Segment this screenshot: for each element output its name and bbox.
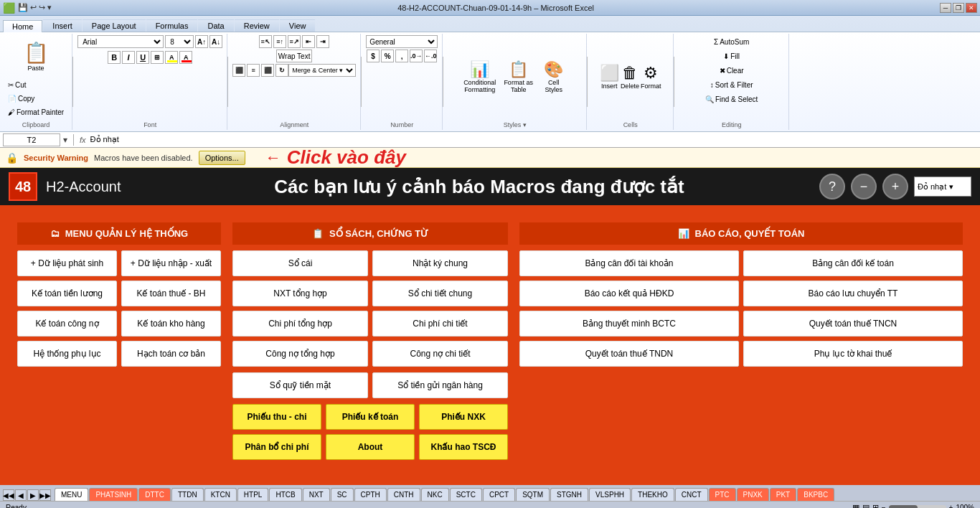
tab-formulas[interactable]: Formulas: [146, 19, 198, 32]
list-item[interactable]: Quyết toán thuế TNDN: [519, 341, 739, 367]
sheet-tab-htpl[interactable]: HTPL: [237, 488, 269, 501]
paste-button[interactable]: 📋 Paste: [20, 35, 52, 77]
list-item[interactable]: Sổ chi tiết chung: [372, 281, 508, 306]
font-color-button[interactable]: A: [179, 51, 192, 64]
decrease-decimal-button[interactable]: ←.0: [424, 50, 437, 62]
list-item[interactable]: Kế toán tiền lương: [17, 281, 117, 306]
sheet-tab-sctc[interactable]: SCTC: [450, 488, 482, 501]
fill-color-button[interactable]: A: [165, 51, 178, 64]
next-sheet-button[interactable]: ▶: [27, 489, 39, 501]
page-layout-view-button[interactable]: ▤: [862, 503, 870, 508]
underline-button[interactable]: U: [136, 51, 149, 64]
font-name-select[interactable]: Arial: [77, 35, 164, 48]
formula-input[interactable]: [89, 133, 977, 146]
tab-data[interactable]: Data: [198, 19, 233, 32]
sheet-tab-thekho[interactable]: THEKHO: [631, 488, 674, 501]
sheet-tab-ttdn[interactable]: TTDN: [171, 488, 204, 501]
align-top-center-button[interactable]: ≡↑: [273, 35, 286, 48]
list-item[interactable]: Bảng cân đối kế toán: [743, 250, 963, 276]
list-item[interactable]: Chi phí chi tiết: [372, 311, 508, 337]
list-item[interactable]: Nhật ký chung: [372, 250, 508, 276]
list-item[interactable]: Công nợ tổng hợp: [232, 341, 368, 367]
tab-review[interactable]: Review: [235, 19, 279, 32]
sheet-tab-cpct[interactable]: CPCT: [483, 488, 515, 501]
list-item[interactable]: Hạch toán cơ bản: [121, 341, 221, 367]
list-item[interactable]: Kế toán kho hàng: [121, 311, 221, 337]
list-item[interactable]: Phụ lục tờ khai thuế: [743, 341, 963, 367]
normal-view-button[interactable]: ▦: [852, 503, 859, 508]
list-item[interactable]: Sổ quỹ tiền mặt: [232, 372, 368, 398]
align-top-left-button[interactable]: ≡↖: [259, 35, 272, 48]
sheet-tab-cpth[interactable]: CPTH: [354, 488, 387, 501]
sheet-tab-sc[interactable]: SC: [331, 488, 354, 501]
list-item[interactable]: Chi phí tổng hợp: [232, 311, 368, 337]
merge-center-select[interactable]: Merge & Center ▾: [288, 64, 356, 77]
fill-button[interactable]: ⬇ Fill: [720, 50, 743, 62]
list-item[interactable]: + Dữ liệu nhập - xuất: [121, 250, 221, 276]
tab-view[interactable]: View: [280, 19, 316, 32]
minimize-button[interactable]: ─: [940, 3, 951, 13]
list-item[interactable]: + Dữ liệu phát sinh: [17, 250, 117, 276]
options-button[interactable]: Options...: [199, 151, 245, 165]
list-item[interactable]: Báo cáo kết quả HĐKD: [519, 281, 739, 306]
sort-filter-button[interactable]: ↕ Sort & Filter: [707, 78, 757, 91]
list-item[interactable]: Quyết toán thuế TNCN: [743, 311, 963, 337]
zoom-out-button[interactable]: −: [882, 504, 886, 508]
tab-page-layout[interactable]: Page Layout: [83, 19, 146, 32]
restore-button[interactable]: ❐: [953, 3, 964, 13]
font-size-select[interactable]: 8: [165, 35, 194, 48]
italic-button[interactable]: I: [122, 51, 135, 64]
page-break-view-button[interactable]: ⊞: [872, 503, 879, 508]
list-item[interactable]: Báo cáo lưu chuyển TT: [743, 281, 963, 306]
name-box[interactable]: [3, 133, 60, 146]
expand-button[interactable]: +: [882, 174, 908, 199]
sheet-tab-nxt[interactable]: NXT: [303, 488, 330, 501]
collapse-button[interactable]: −: [851, 174, 877, 199]
align-top-right-button[interactable]: ≡↗: [288, 35, 301, 48]
increase-font-button[interactable]: A↑: [195, 35, 208, 48]
insert-button[interactable]: ⬜ Insert: [600, 64, 619, 90]
percent-button[interactable]: %: [381, 50, 394, 62]
list-item[interactable]: Phiếu NXK: [419, 404, 508, 430]
list-item[interactable]: Phân bổ chi phí: [232, 434, 321, 460]
last-sheet-button[interactable]: ▶▶: [39, 489, 51, 501]
sheet-tab-cnth[interactable]: CNTH: [387, 488, 420, 501]
list-item[interactable]: Sổ cái: [232, 250, 368, 276]
sheet-tab-pkt[interactable]: PKT: [770, 488, 796, 501]
zoom-slider[interactable]: [889, 505, 946, 509]
increase-indent-button[interactable]: ⇥: [316, 35, 329, 48]
zoom-in-button[interactable]: +: [949, 504, 953, 508]
cell-styles-button[interactable]: 🎨 Cell Styles: [540, 60, 568, 93]
format-painter-button[interactable]: 🖌 Format Painter: [4, 105, 67, 118]
decrease-font-button[interactable]: A↓: [209, 35, 222, 48]
align-center-button[interactable]: ≡: [247, 64, 260, 77]
conditional-formatting-button[interactable]: 📊 Conditional Formatting: [462, 60, 498, 93]
sheet-tab-ptc[interactable]: PTC: [709, 488, 736, 501]
view-dropdown[interactable]: Đỏ nhạt ▾: [914, 177, 971, 197]
sheet-tab-dttc[interactable]: DTTC: [138, 488, 171, 501]
clear-button[interactable]: ✖ Clear: [716, 64, 748, 77]
tab-home[interactable]: Home: [3, 20, 42, 32]
sheet-tab-phatsinh[interactable]: PHATSINH: [89, 488, 138, 501]
list-item[interactable]: Kế toán công nợ: [17, 311, 117, 337]
align-right-button[interactable]: ⬛: [261, 64, 274, 77]
increase-decimal-button[interactable]: .0→: [410, 50, 423, 62]
find-select-button[interactable]: 🔍 Find & Select: [702, 93, 761, 105]
delete-button[interactable]: 🗑 Delete: [621, 64, 639, 90]
about-button[interactable]: About: [326, 434, 415, 460]
decrease-indent-button[interactable]: ⇤: [302, 35, 315, 48]
sheet-tab-cnct[interactable]: CNCT: [675, 488, 708, 501]
rotate-text-button[interactable]: ↻: [275, 64, 288, 77]
sheet-tab-stgnh[interactable]: STGNH: [550, 488, 588, 501]
list-item[interactable]: Bảng thuyết minh BCTC: [519, 311, 739, 337]
format-button[interactable]: ⚙ Format: [641, 64, 661, 90]
list-item[interactable]: Kế toán thuế - BH: [121, 281, 221, 306]
help-button[interactable]: ?: [819, 174, 845, 199]
autosum-button[interactable]: Σ AutoSum: [710, 35, 753, 48]
list-item[interactable]: NXT tổng hợp: [232, 281, 368, 306]
first-sheet-button[interactable]: ◀◀: [3, 489, 14, 501]
sheet-tab-menu[interactable]: MENU: [55, 488, 88, 501]
sheet-tab-bkpbc[interactable]: BKPBC: [797, 488, 834, 501]
format-as-table-button[interactable]: 📋 Format as Table: [501, 60, 537, 93]
align-left-button[interactable]: ⬛: [232, 64, 245, 77]
